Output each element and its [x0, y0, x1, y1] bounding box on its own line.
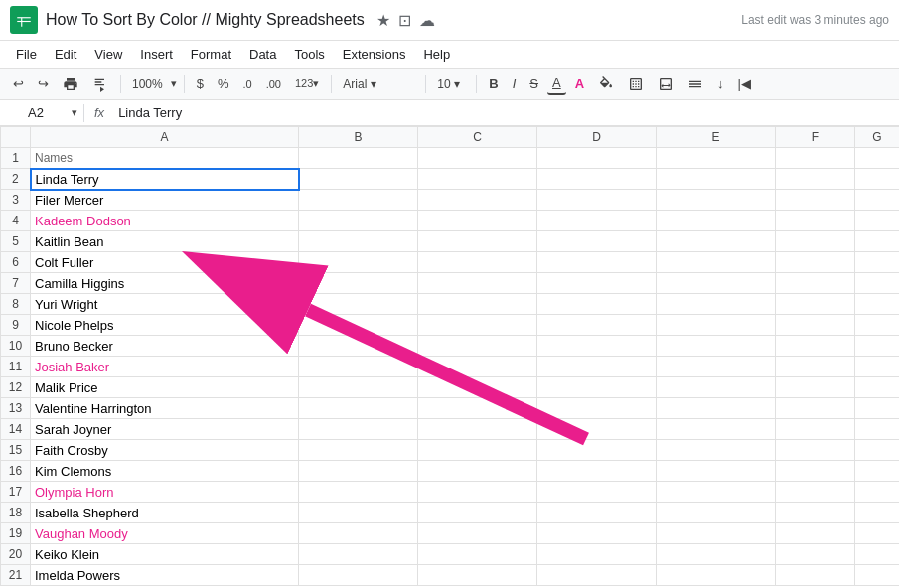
cell-c2[interactable]: [418, 169, 537, 190]
table-row[interactable]: 21Imelda Powers: [1, 565, 900, 586]
cell-a15[interactable]: Faith Crosby: [31, 440, 299, 461]
cell-b17[interactable]: [299, 482, 418, 503]
cell-f1[interactable]: [776, 148, 855, 169]
cell-a5[interactable]: Kaitlin Bean: [31, 231, 299, 252]
cell-c10[interactable]: [418, 336, 537, 357]
cell-b10[interactable]: [299, 336, 418, 357]
cell-a21[interactable]: Imelda Powers: [31, 565, 299, 586]
more-options-button[interactable]: |◀: [733, 74, 756, 94]
cell-d15[interactable]: [537, 440, 657, 461]
cell-d7[interactable]: [537, 273, 657, 294]
cell-d11[interactable]: [537, 357, 657, 377]
col-header-d[interactable]: D: [537, 127, 657, 148]
cell-d5[interactable]: [537, 231, 657, 252]
cell-c13[interactable]: [418, 398, 537, 419]
cell-d21[interactable]: [537, 565, 657, 586]
percent-button[interactable]: %: [213, 74, 234, 94]
table-row[interactable]: 14Sarah Joyner: [1, 419, 900, 440]
cell-b11[interactable]: [299, 357, 418, 377]
cell-b8[interactable]: [299, 294, 418, 315]
cell-f19[interactable]: [776, 523, 855, 544]
cell-g15[interactable]: [855, 440, 900, 461]
cell-a2[interactable]: Linda Terry: [31, 169, 299, 190]
cell-f18[interactable]: [776, 503, 855, 523]
cell-g12[interactable]: [855, 377, 900, 398]
cell-d13[interactable]: [537, 398, 657, 419]
cell-a18[interactable]: Isabella Shepherd: [31, 503, 299, 523]
cell-f9[interactable]: [776, 315, 855, 336]
cell-f16[interactable]: [776, 461, 855, 482]
cell-b19[interactable]: [299, 523, 418, 544]
cell-f11[interactable]: [776, 357, 855, 377]
table-row[interactable]: 10Bruno Becker: [1, 336, 900, 357]
cell-g6[interactable]: [855, 252, 900, 273]
strikethrough-button[interactable]: S: [524, 74, 543, 94]
zoom-selector[interactable]: 100%: [128, 75, 167, 93]
cell-b1[interactable]: [299, 148, 418, 169]
cell-g16[interactable]: [855, 461, 900, 482]
col-header-f[interactable]: F: [776, 127, 855, 148]
table-row[interactable]: 16Kim Clemons: [1, 461, 900, 482]
cell-a20[interactable]: Keiko Klein: [31, 544, 299, 565]
cell-c7[interactable]: [418, 273, 537, 294]
cell-d3[interactable]: [537, 190, 657, 211]
cell-g20[interactable]: [855, 544, 900, 565]
cell-g8[interactable]: [855, 294, 900, 315]
cell-a10[interactable]: Bruno Becker: [31, 336, 299, 357]
cell-a19[interactable]: Vaughan Moody: [31, 523, 299, 544]
table-row[interactable]: 3Filer Mercer: [1, 190, 900, 211]
cell-g5[interactable]: [855, 231, 900, 252]
cell-e16[interactable]: [657, 461, 776, 482]
table-row[interactable]: 2Linda Terry: [1, 169, 900, 190]
cell-e10[interactable]: [657, 336, 776, 357]
cell-e2[interactable]: [657, 169, 776, 190]
cell-g3[interactable]: [855, 190, 900, 211]
fill-color-button[interactable]: [593, 74, 619, 95]
borders-button[interactable]: [623, 74, 649, 95]
cell-d2[interactable]: [537, 169, 657, 190]
cell-d6[interactable]: [537, 252, 657, 273]
cell-c6[interactable]: [418, 252, 537, 273]
menu-view[interactable]: View: [86, 43, 130, 66]
cell-e19[interactable]: [657, 523, 776, 544]
align-button[interactable]: [682, 74, 708, 95]
cell-e9[interactable]: [657, 315, 776, 336]
cell-b13[interactable]: [299, 398, 418, 419]
cell-e1[interactable]: [657, 148, 776, 169]
cell-c21[interactable]: [418, 565, 537, 586]
cell-reference-input[interactable]: [6, 103, 66, 122]
cell-c8[interactable]: [418, 294, 537, 315]
undo-button[interactable]: ↩: [8, 74, 29, 94]
cell-f17[interactable]: [776, 482, 855, 503]
font-selector[interactable]: Arial ▾: [339, 75, 418, 93]
table-row[interactable]: 12Malik Price: [1, 377, 900, 398]
cell-g13[interactable]: [855, 398, 900, 419]
print-button[interactable]: [58, 74, 83, 95]
cell-c16[interactable]: [418, 461, 537, 482]
cell-d8[interactable]: [537, 294, 657, 315]
cell-f10[interactable]: [776, 336, 855, 357]
table-row[interactable]: 17Olympia Horn: [1, 482, 900, 503]
table-row[interactable]: 11Josiah Baker: [1, 357, 900, 377]
menu-file[interactable]: File: [8, 43, 45, 66]
cell-e20[interactable]: [657, 544, 776, 565]
cell-b14[interactable]: [299, 419, 418, 440]
cell-e17[interactable]: [657, 482, 776, 503]
cell-e18[interactable]: [657, 503, 776, 523]
cell-d17[interactable]: [537, 482, 657, 503]
cell-f7[interactable]: [776, 273, 855, 294]
menu-tools[interactable]: Tools: [286, 43, 332, 66]
cell-f20[interactable]: [776, 544, 855, 565]
col-header-e[interactable]: E: [657, 127, 776, 148]
cell-e13[interactable]: [657, 398, 776, 419]
cell-e5[interactable]: [657, 231, 776, 252]
cell-e11[interactable]: [657, 357, 776, 377]
cell-g17[interactable]: [855, 482, 900, 503]
cell-b21[interactable]: [299, 565, 418, 586]
cell-a1[interactable]: Names: [31, 148, 299, 169]
menu-data[interactable]: Data: [241, 43, 284, 66]
cell-e6[interactable]: [657, 252, 776, 273]
table-row[interactable]: 20Keiko Klein: [1, 544, 900, 565]
cell-e14[interactable]: [657, 419, 776, 440]
bold-button[interactable]: B: [484, 74, 503, 94]
